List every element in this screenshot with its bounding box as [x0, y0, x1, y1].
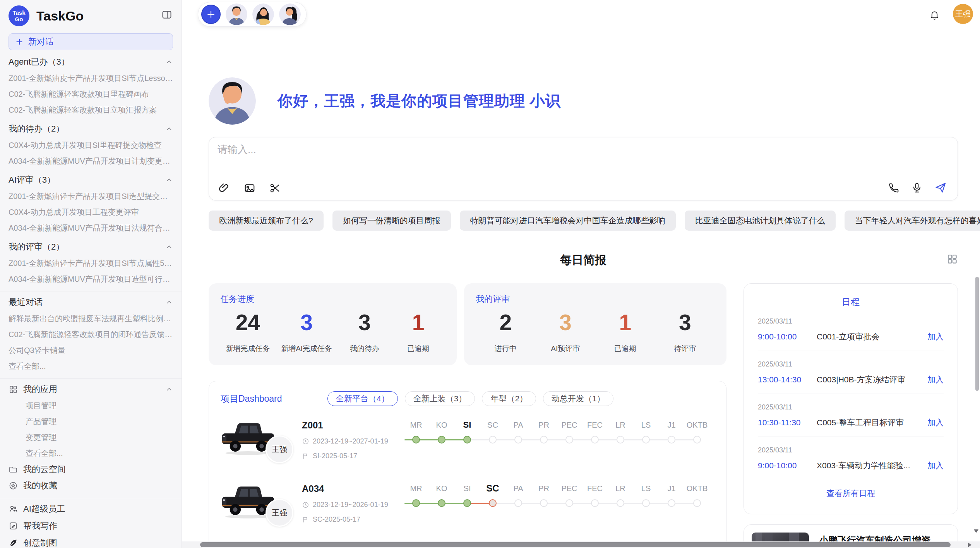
section-header-my-todo[interactable]: 我的待办（2）	[9, 120, 173, 137]
new-chat-button[interactable]: 新对话	[9, 33, 173, 50]
tab-model-year[interactable]: 年型（2）	[482, 391, 536, 406]
section-title: AI评审（3）	[9, 174, 55, 186]
milestone-label: PR	[531, 419, 557, 431]
milestone-label-current: SC	[480, 483, 505, 494]
phone-icon[interactable]	[888, 182, 899, 194]
milestone-label: MR	[403, 419, 429, 431]
chevron-up-icon	[165, 298, 173, 306]
sidebar-item-favorites[interactable]: 我的收藏	[9, 478, 173, 494]
sidebar: Task Go TaskGo 新对话 Agent已办（3） Z001-全新燃油皮…	[0, 0, 182, 548]
app-logo: Task Go	[9, 5, 29, 26]
app-item-product-mgmt[interactable]: 产品管理	[9, 414, 173, 430]
sidebar-item-help-me-write[interactable]: 帮我写作	[9, 517, 173, 534]
horizontal-scrollbar-thumb[interactable]	[200, 542, 951, 547]
milestone-node-done	[438, 436, 445, 444]
app-item-project-mgmt[interactable]: 项目管理	[9, 398, 173, 414]
section-header-my-review[interactable]: 我的评审（2）	[9, 238, 173, 255]
milestone-label: PEC	[557, 483, 582, 494]
schedule-date: 2025/03/11	[758, 317, 944, 325]
scroll-right-arrow[interactable]	[968, 543, 971, 547]
suggestion-chip[interactable]: 欧洲新规最近颁布了什么?	[209, 211, 324, 231]
suggestion-chip[interactable]: 特朗普可能对进口汽车增税会对中国车企造成哪些影响	[460, 211, 676, 231]
sidebar-task-item[interactable]: A034-全新新能源MUV产品开发项目法规符合性评审	[9, 220, 173, 236]
recent-chats-view-all[interactable]: 查看全部...	[9, 358, 173, 374]
join-meeting-link[interactable]: 加入	[927, 417, 944, 428]
recent-chat-item[interactable]: 公司Q3轻卡销量	[9, 342, 173, 358]
plus-icon	[15, 38, 24, 46]
sidebar-task-item[interactable]: C02-飞腾新能源轻客改款项目立项汇报方案	[9, 102, 173, 118]
apps-view-all[interactable]: 查看全部...	[9, 445, 173, 461]
schedule-date: 2025/03/11	[758, 360, 944, 368]
assistant-avatar	[209, 77, 256, 125]
tab-new-platform[interactable]: 全新平台（4）	[327, 391, 398, 406]
message-input[interactable]	[218, 143, 949, 174]
view-all-schedule-link[interactable]: 查看所有日程	[758, 488, 944, 499]
scroll-down-arrow[interactable]	[974, 529, 978, 533]
milestone-label: LR	[608, 419, 633, 431]
project-row-a034[interactable]: 王强 A034 2023-12-19~2026-01-19	[221, 483, 714, 533]
sidebar-task-item[interactable]: Z001-全新燃油轻卡产品开发项目SI造型提交物评审	[9, 188, 173, 204]
paperclip-icon[interactable]	[218, 182, 230, 194]
suggestion-chip[interactable]: 比亚迪全固态电池计划具体说了什么	[685, 211, 836, 231]
tab-powertrain-dev[interactable]: 动总开发（1）	[543, 391, 613, 406]
join-meeting-link[interactable]: 加入	[927, 331, 944, 342]
stat-review-overdue: 1 已逾期	[604, 310, 646, 354]
sidebar-task-item[interactable]: A034-全新新能源MUV产品开发项目造型可行性评审	[9, 271, 173, 287]
sidebar-header: Task Go TaskGo	[9, 4, 173, 28]
sidebar-item-cloud-space[interactable]: 我的云空间	[9, 461, 173, 478]
stat-pending-review: 3 待评审	[664, 310, 706, 354]
composer-actions	[888, 182, 947, 194]
recent-chat-item[interactable]: C02-飞腾新能源轻客改款项目的闭环通告反馈情况	[9, 327, 173, 342]
sidebar-task-item[interactable]: C02-飞腾新能源轻客改款项目里程碑画布	[9, 86, 173, 102]
tab-new-upfit[interactable]: 全新上装（3）	[405, 391, 475, 406]
recent-chat-item[interactable]: 解释最新出台的欧盟报废车法规再生塑料比例被调至15%...	[9, 311, 173, 327]
stat-in-progress: 2 进行中	[484, 310, 527, 354]
milestone-timeline: MR KO SI SC PA PR PEC FEC LR LS	[403, 419, 714, 448]
suggestion-chip[interactable]: 如何写一份清晰的项目周报	[332, 211, 451, 231]
section-title: 我的应用	[23, 384, 57, 395]
sidebar-task-item[interactable]: Z001-全新燃油轻卡产品开发项目SI节点属性5D文件评审	[9, 255, 173, 271]
section-title: 我的评审（2）	[9, 241, 64, 253]
join-meeting-link[interactable]: 加入	[927, 460, 944, 471]
stat-ai-pre-review: 3 AI预评审	[544, 310, 587, 354]
milestone-node-done	[463, 436, 471, 444]
chevron-up-icon	[165, 385, 173, 393]
milestone-node	[591, 436, 599, 444]
sidebar-task-item[interactable]: Z001-全新燃油皮卡产品开发项目SI节点Lesson Learn报告	[9, 70, 173, 86]
sidebar-collapse-icon[interactable]	[161, 9, 172, 20]
section-header-recent-chats[interactable]: 最近对话	[9, 294, 173, 311]
milestone-label: FEC	[582, 483, 608, 494]
project-row-z001[interactable]: 王强 Z001 2023-12-19~2027-01-19	[221, 419, 714, 469]
milestone-label: PA	[505, 483, 531, 494]
sidebar-item-creative-drawing[interactable]: 创意制图	[9, 534, 173, 548]
sidebar-link-label: 我的收藏	[23, 480, 57, 491]
sidebar-task-item[interactable]: C0X4-动力总成开发项目SI里程碑提交物检查	[9, 137, 173, 153]
section-header-ai-review[interactable]: AI评审（3）	[9, 171, 173, 188]
flag-icon	[302, 452, 309, 460]
app-item-change-mgmt[interactable]: 变更管理	[9, 430, 173, 445]
write-icon	[9, 521, 18, 531]
section-header-agent-done[interactable]: Agent已办（3）	[9, 53, 173, 70]
briefing-left-column: 任务进度 24 新增完成任务 3 新增AI完成任务	[209, 283, 726, 548]
milestone-node	[565, 499, 573, 507]
stat-overdue: 1 已逾期	[397, 310, 440, 354]
join-meeting-link[interactable]: 加入	[927, 374, 944, 385]
folder-icon	[9, 465, 18, 474]
milestone-label: LS	[633, 483, 659, 494]
milestone-node	[668, 436, 675, 444]
horizontal-scrollbar[interactable]	[182, 541, 980, 548]
sidebar-item-ai-super-staff[interactable]: AI超级员工	[9, 500, 173, 517]
scissors-icon[interactable]	[269, 182, 281, 194]
mic-icon[interactable]	[911, 182, 923, 194]
send-icon[interactable]	[934, 182, 947, 194]
section-header-my-apps[interactable]: 我的应用	[9, 381, 173, 398]
suggestion-chip[interactable]: 当下年轻人对汽车外观有怎样的喜好趋势	[845, 211, 980, 231]
briefing-title: 每日简报	[209, 252, 958, 268]
sidebar-task-item[interactable]: C0X4-动力总成开发项目工程变更评审	[9, 204, 173, 220]
sidebar-task-item[interactable]: A034-全新新能源MUV产品开发项目计划变更表编写	[9, 153, 173, 169]
task-progress-card: 任务进度 24 新增完成任务 3 新增AI完成任务	[209, 283, 457, 365]
image-icon[interactable]	[244, 182, 255, 194]
dashboard-grid-icon[interactable]	[946, 253, 958, 265]
milestone-label-current: SI	[454, 419, 480, 431]
vertical-scrollbar-thumb[interactable]	[975, 277, 979, 391]
